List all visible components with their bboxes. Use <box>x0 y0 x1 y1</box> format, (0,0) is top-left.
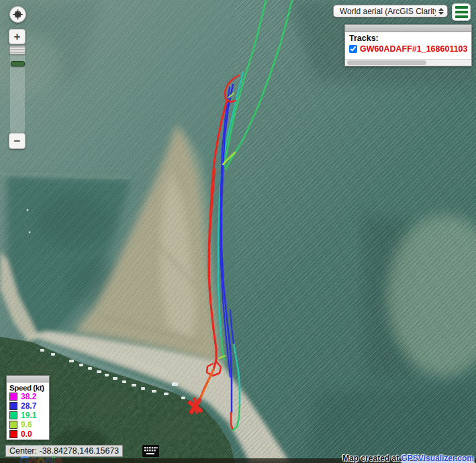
aerial-imagery <box>0 0 476 463</box>
gpsvisualizer-link[interactable]: GPSVisualizer.com <box>401 454 475 463</box>
keyboard-shortcuts-button[interactable] <box>142 445 159 457</box>
zoom-slider-track[interactable] <box>10 44 25 133</box>
legend-row: 0.0 <box>9 429 46 439</box>
attribution-text: Map created at <box>342 454 401 463</box>
hamburger-icon <box>455 6 468 9</box>
legend-row: 38.2 <box>9 392 46 401</box>
tracks-panel-drag-handle[interactable] <box>345 25 471 32</box>
zoom-slider-ticks <box>9 46 26 54</box>
menu-button[interactable] <box>452 3 471 21</box>
zoom-in-button[interactable]: + <box>9 29 26 44</box>
speed-legend: Speed (kt) 38.228.719.19.60.0 <box>6 375 50 440</box>
legend-speed-value: 9.6 <box>21 420 32 429</box>
map-canvas[interactable] <box>0 0 476 463</box>
legend-row: 19.1 <box>9 411 46 420</box>
legend-row: 9.6 <box>9 420 46 429</box>
legend-speed-value: 28.7 <box>21 401 36 411</box>
legend-color-swatch <box>9 430 17 438</box>
legend-speed-value: 0.0 <box>21 429 32 439</box>
tracks-panel: Tracks: GW60ADAFF#1_168601103_2019 <box>344 24 472 66</box>
center-arrows-icon <box>11 8 24 21</box>
map-attribution: Map created at GPSVisualizer.com <box>342 454 474 463</box>
legend-speed-value: 38.2 <box>21 392 36 401</box>
zoom-slider-handle[interactable] <box>11 61 25 66</box>
tracks-panel-title: Tracks: <box>349 34 467 43</box>
tracks-panel-scrollbar-thumb[interactable] <box>347 60 426 65</box>
select-updown-arrows-icon <box>438 8 444 15</box>
speed-legend-drag-handle[interactable] <box>7 376 49 382</box>
legend-color-swatch <box>9 402 17 410</box>
tracks-panel-scrollbar[interactable] <box>345 59 471 66</box>
zoom-out-button[interactable]: − <box>9 133 26 149</box>
track-label: GW60ADAFF#1_168601103_2019 <box>360 44 467 54</box>
pan-center-button[interactable] <box>9 6 26 23</box>
basemap-select-value: World aerial (ArcGIS Clarity) <box>340 7 436 16</box>
track-visibility-checkbox[interactable] <box>349 45 357 53</box>
legend-row: 28.7 <box>9 401 46 411</box>
legend-color-swatch <box>9 421 17 429</box>
basemap-select[interactable]: World aerial (ArcGIS Clarity) <box>333 5 448 17</box>
legend-color-swatch <box>9 393 17 401</box>
speed-legend-title: Speed (kt) <box>9 384 46 392</box>
track-row: GW60ADAFF#1_168601103_2019 <box>349 44 467 54</box>
keyboard-icon <box>142 445 159 457</box>
legend-color-swatch <box>9 411 17 419</box>
legend-speed-value: 19.1 <box>21 411 36 420</box>
